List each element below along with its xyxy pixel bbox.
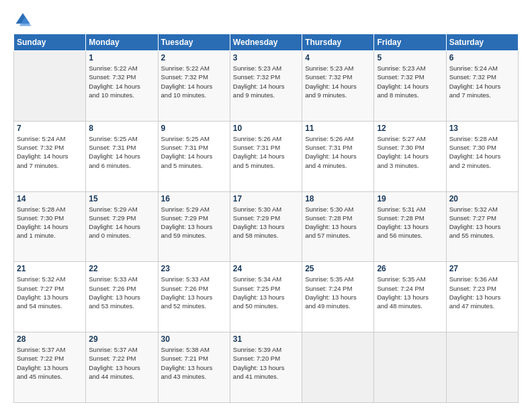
day-cell: 7Sunrise: 5:24 AMSunset: 7:32 PMDaylight…: [14, 121, 86, 191]
day-info: Sunrise: 5:25 AMSunset: 7:31 PMDaylight:…: [161, 134, 227, 170]
day-info: Sunrise: 5:32 AMSunset: 7:27 PMDaylight:…: [449, 205, 515, 240]
page: SundayMondayTuesdayWednesdayThursdayFrid…: [0, 0, 532, 411]
day-info: Sunrise: 5:27 AMSunset: 7:30 PMDaylight:…: [377, 134, 443, 170]
day-info: Sunrise: 5:29 AMSunset: 7:29 PMDaylight:…: [89, 205, 154, 240]
weekday-header-monday: Monday: [86, 34, 158, 51]
day-number: 6: [449, 53, 515, 62]
day-info: Sunrise: 5:22 AMSunset: 7:32 PMDaylight:…: [161, 64, 227, 99]
day-number: 12: [377, 124, 443, 133]
day-number: 28: [17, 334, 83, 344]
day-cell: 16Sunrise: 5:29 AMSunset: 7:29 PMDayligh…: [158, 191, 230, 262]
day-number: 14: [17, 194, 83, 203]
weekday-header-sunday: Sunday: [14, 34, 86, 51]
day-cell: 27Sunrise: 5:36 AMSunset: 7:23 PMDayligh…: [446, 262, 518, 332]
calendar-body: 1Sunrise: 5:22 AMSunset: 7:32 PMDaylight…: [14, 51, 519, 403]
day-number: 10: [233, 124, 299, 133]
day-info: Sunrise: 5:23 AMSunset: 7:32 PMDaylight:…: [305, 64, 371, 99]
day-info: Sunrise: 5:39 AMSunset: 7:20 PMDaylight:…: [233, 345, 299, 381]
day-number: 19: [377, 194, 443, 203]
day-info: Sunrise: 5:35 AMSunset: 7:24 PMDaylight:…: [377, 275, 443, 310]
day-cell: 28Sunrise: 5:37 AMSunset: 7:22 PMDayligh…: [14, 332, 86, 403]
day-cell: 30Sunrise: 5:38 AMSunset: 7:21 PMDayligh…: [158, 332, 230, 403]
week-row-3: 21Sunrise: 5:32 AMSunset: 7:27 PMDayligh…: [14, 262, 519, 332]
day-number: 31: [233, 334, 299, 344]
day-number: 21: [17, 264, 83, 273]
day-info: Sunrise: 5:30 AMSunset: 7:28 PMDaylight:…: [305, 205, 371, 240]
day-cell: [302, 332, 374, 403]
day-number: 7: [17, 124, 83, 133]
day-info: Sunrise: 5:23 AMSunset: 7:32 PMDaylight:…: [233, 64, 299, 99]
day-info: Sunrise: 5:31 AMSunset: 7:28 PMDaylight:…: [377, 205, 443, 240]
day-info: Sunrise: 5:28 AMSunset: 7:30 PMDaylight:…: [449, 134, 515, 170]
weekday-header-wednesday: Wednesday: [230, 34, 302, 51]
day-cell: 13Sunrise: 5:28 AMSunset: 7:30 PMDayligh…: [446, 121, 518, 191]
day-cell: [14, 51, 86, 122]
day-number: 26: [377, 264, 443, 273]
calendar: SundayMondayTuesdayWednesdayThursdayFrid…: [13, 34, 519, 403]
day-number: 1: [89, 53, 154, 62]
day-cell: 29Sunrise: 5:37 AMSunset: 7:22 PMDayligh…: [86, 332, 158, 403]
day-number: 17: [233, 194, 299, 203]
day-info: Sunrise: 5:34 AMSunset: 7:25 PMDaylight:…: [233, 275, 299, 310]
day-cell: 25Sunrise: 5:35 AMSunset: 7:24 PMDayligh…: [302, 262, 374, 332]
day-cell: 2Sunrise: 5:22 AMSunset: 7:32 PMDaylight…: [158, 51, 230, 122]
day-number: 18: [305, 194, 371, 203]
day-number: 23: [161, 264, 227, 273]
day-info: Sunrise: 5:38 AMSunset: 7:21 PMDaylight:…: [161, 345, 227, 381]
day-info: Sunrise: 5:22 AMSunset: 7:32 PMDaylight:…: [89, 64, 154, 99]
weekday-header-tuesday: Tuesday: [158, 34, 230, 51]
day-number: 16: [161, 194, 227, 203]
day-number: 27: [449, 264, 515, 273]
day-cell: 3Sunrise: 5:23 AMSunset: 7:32 PMDaylight…: [230, 51, 302, 122]
day-cell: 9Sunrise: 5:25 AMSunset: 7:31 PMDaylight…: [158, 121, 230, 191]
day-info: Sunrise: 5:25 AMSunset: 7:31 PMDaylight:…: [89, 134, 154, 170]
day-info: Sunrise: 5:32 AMSunset: 7:27 PMDaylight:…: [17, 275, 83, 310]
day-cell: 4Sunrise: 5:23 AMSunset: 7:32 PMDaylight…: [302, 51, 374, 122]
day-number: 29: [89, 334, 154, 344]
day-cell: 19Sunrise: 5:31 AMSunset: 7:28 PMDayligh…: [374, 191, 446, 262]
header: [13, 11, 519, 30]
day-number: 9: [161, 124, 227, 133]
day-info: Sunrise: 5:37 AMSunset: 7:22 PMDaylight:…: [17, 345, 83, 381]
day-info: Sunrise: 5:28 AMSunset: 7:30 PMDaylight:…: [17, 205, 83, 240]
day-info: Sunrise: 5:33 AMSunset: 7:26 PMDaylight:…: [89, 275, 154, 310]
day-cell: 23Sunrise: 5:33 AMSunset: 7:26 PMDayligh…: [158, 262, 230, 332]
day-number: 4: [305, 53, 371, 62]
day-number: 8: [89, 124, 154, 133]
day-cell: 31Sunrise: 5:39 AMSunset: 7:20 PMDayligh…: [230, 332, 302, 403]
day-cell: 15Sunrise: 5:29 AMSunset: 7:29 PMDayligh…: [86, 191, 158, 262]
day-number: 3: [233, 53, 299, 62]
day-info: Sunrise: 5:24 AMSunset: 7:32 PMDaylight:…: [449, 64, 515, 99]
day-number: 15: [89, 194, 154, 203]
day-number: 13: [449, 124, 515, 133]
day-number: 5: [377, 53, 443, 62]
day-number: 25: [305, 264, 371, 273]
week-row-1: 7Sunrise: 5:24 AMSunset: 7:32 PMDaylight…: [14, 121, 519, 191]
day-cell: 5Sunrise: 5:23 AMSunset: 7:32 PMDaylight…: [374, 51, 446, 122]
day-cell: 20Sunrise: 5:32 AMSunset: 7:27 PMDayligh…: [446, 191, 518, 262]
day-cell: 14Sunrise: 5:28 AMSunset: 7:30 PMDayligh…: [14, 191, 86, 262]
day-cell: [446, 332, 518, 403]
day-cell: 18Sunrise: 5:30 AMSunset: 7:28 PMDayligh…: [302, 191, 374, 262]
day-cell: 12Sunrise: 5:27 AMSunset: 7:30 PMDayligh…: [374, 121, 446, 191]
day-info: Sunrise: 5:26 AMSunset: 7:31 PMDaylight:…: [233, 134, 299, 170]
day-cell: 26Sunrise: 5:35 AMSunset: 7:24 PMDayligh…: [374, 262, 446, 332]
day-number: 11: [305, 124, 371, 133]
day-number: 24: [233, 264, 299, 273]
weekday-header-friday: Friday: [374, 34, 446, 51]
day-cell: 8Sunrise: 5:25 AMSunset: 7:31 PMDaylight…: [86, 121, 158, 191]
logo: [13, 11, 35, 30]
day-cell: [374, 332, 446, 403]
day-info: Sunrise: 5:35 AMSunset: 7:24 PMDaylight:…: [305, 275, 371, 310]
weekday-row: SundayMondayTuesdayWednesdayThursdayFrid…: [14, 34, 519, 51]
weekday-header-thursday: Thursday: [302, 34, 374, 51]
logo-icon: [13, 11, 32, 30]
day-number: 2: [161, 53, 227, 62]
day-cell: 10Sunrise: 5:26 AMSunset: 7:31 PMDayligh…: [230, 121, 302, 191]
day-cell: 11Sunrise: 5:26 AMSunset: 7:31 PMDayligh…: [302, 121, 374, 191]
day-info: Sunrise: 5:23 AMSunset: 7:32 PMDaylight:…: [377, 64, 443, 99]
day-cell: 24Sunrise: 5:34 AMSunset: 7:25 PMDayligh…: [230, 262, 302, 332]
week-row-0: 1Sunrise: 5:22 AMSunset: 7:32 PMDaylight…: [14, 51, 519, 122]
weekday-header-saturday: Saturday: [446, 34, 518, 51]
calendar-header: SundayMondayTuesdayWednesdayThursdayFrid…: [14, 34, 519, 51]
